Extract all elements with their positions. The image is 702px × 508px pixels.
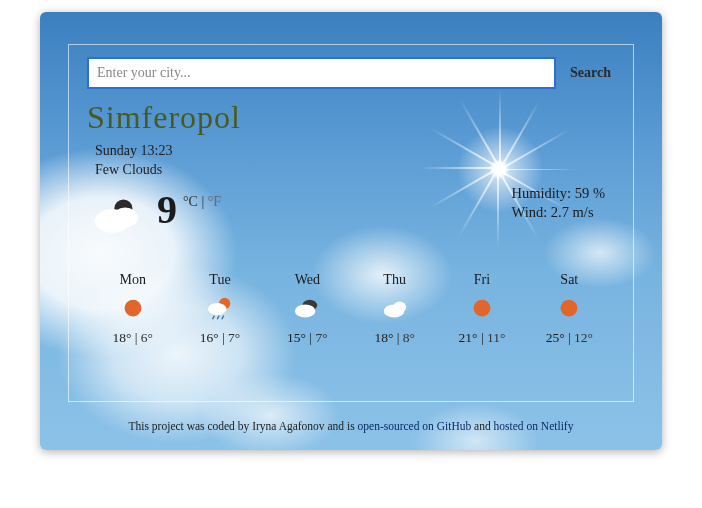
humidity-label: Humidity: <box>512 185 575 201</box>
unit-fahrenheit[interactable]: °F <box>208 194 221 209</box>
clear-icon <box>555 296 583 320</box>
city-name: Simferopol <box>87 99 615 136</box>
forecast-day: Sat25° | 12° <box>526 272 613 346</box>
forecast-temps: 15° | 7° <box>264 330 351 346</box>
few-clouds-icon <box>91 194 145 238</box>
clear-icon <box>119 296 147 320</box>
forecast-temps: 21° | 11° <box>438 330 525 346</box>
forecast-low: 8° <box>403 330 415 345</box>
search-row: Search <box>87 57 615 89</box>
humidity-wind-block: Humidity: 59 % Wind: 2.7 m/s <box>512 184 605 223</box>
forecast-high: 16° <box>200 330 219 345</box>
forecast-high: 25° <box>546 330 565 345</box>
city-search-input[interactable] <box>87 57 556 89</box>
svg-line-7 <box>217 315 219 319</box>
forecast-day: Wed15° | 7° <box>264 272 351 346</box>
forecast-temps: 18° | 6° <box>89 330 176 346</box>
forecast-low: 6° <box>141 330 153 345</box>
footer-mid2: and <box>471 420 493 432</box>
footer-credit: This project was coded by Iryna Agafonov… <box>40 420 662 432</box>
forecast-day-name: Thu <box>351 272 438 288</box>
forecast-high: 18° <box>374 330 393 345</box>
footer-author: Iryna Agafonov <box>252 420 325 432</box>
svg-point-3 <box>124 300 141 317</box>
svg-point-5 <box>208 303 227 315</box>
wind-value: 2.7 m/s <box>551 204 594 220</box>
partly-rain-icon <box>206 296 234 320</box>
unit-toggle: °C | °F <box>183 194 221 210</box>
forecast-temps: 25° | 12° <box>526 330 613 346</box>
svg-point-10 <box>295 304 316 317</box>
forecast-low: 7° <box>315 330 327 345</box>
forecast-day: Tue16° | 7° <box>176 272 263 346</box>
forecast-day: Thu18° | 8° <box>351 272 438 346</box>
current-temperature: 9 <box>157 190 177 230</box>
wind-label: Wind: <box>512 204 551 220</box>
datetime: Sunday 13:23 <box>95 142 615 161</box>
forecast-day-name: Tue <box>176 272 263 288</box>
search-button[interactable]: Search <box>566 59 615 87</box>
current-row: 9 °C | °F Humidity: 59 % Wind: 2.7 m/s <box>91 190 615 238</box>
weather-card: Search Simferopol Sunday 13:23 Few Cloud… <box>40 12 662 450</box>
forecast-low: 7° <box>228 330 240 345</box>
forecast-high: 15° <box>287 330 306 345</box>
github-link[interactable]: open-sourced on GitHub <box>358 420 472 432</box>
forecast-day-name: Fri <box>438 272 525 288</box>
unit-celsius[interactable]: °C <box>183 194 198 209</box>
svg-point-14 <box>561 300 578 317</box>
footer-mid1: and is <box>325 420 358 432</box>
forecast-day-name: Sat <box>526 272 613 288</box>
forecast-high: 18° <box>112 330 131 345</box>
forecast-low: 12° <box>574 330 593 345</box>
forecast-low: 11° <box>487 330 505 345</box>
forecast-temps: 18° | 8° <box>351 330 438 346</box>
clear-icon <box>468 296 496 320</box>
svg-point-12 <box>393 301 406 312</box>
forecast-day-name: Mon <box>89 272 176 288</box>
svg-point-2 <box>113 207 138 227</box>
svg-point-13 <box>474 300 491 317</box>
cloud-icon <box>381 296 409 320</box>
unit-separator: | <box>198 194 208 209</box>
humidity-value: 59 % <box>575 185 605 201</box>
weather-panel: Search Simferopol Sunday 13:23 Few Cloud… <box>68 44 634 402</box>
cloudy-dark-icon <box>293 296 321 320</box>
forecast-high: 21° <box>459 330 478 345</box>
wind-row: Wind: 2.7 m/s <box>512 203 605 223</box>
forecast-temps: 16° | 7° <box>176 330 263 346</box>
svg-line-6 <box>213 315 215 319</box>
forecast-day: Fri21° | 11° <box>438 272 525 346</box>
current-meta: Sunday 13:23 Few Clouds <box>95 142 615 180</box>
footer-prefix: This project was coded by <box>129 420 253 432</box>
svg-line-8 <box>222 315 224 319</box>
weather-description: Few Clouds <box>95 161 615 180</box>
forecast-row: Mon18° | 6°Tue16° | 7°Wed15° | 7°Thu18° … <box>87 272 615 346</box>
forecast-day-name: Wed <box>264 272 351 288</box>
forecast-day: Mon18° | 6° <box>89 272 176 346</box>
humidity-row: Humidity: 59 % <box>512 184 605 204</box>
netlify-link[interactable]: hosted on Netlify <box>494 420 574 432</box>
